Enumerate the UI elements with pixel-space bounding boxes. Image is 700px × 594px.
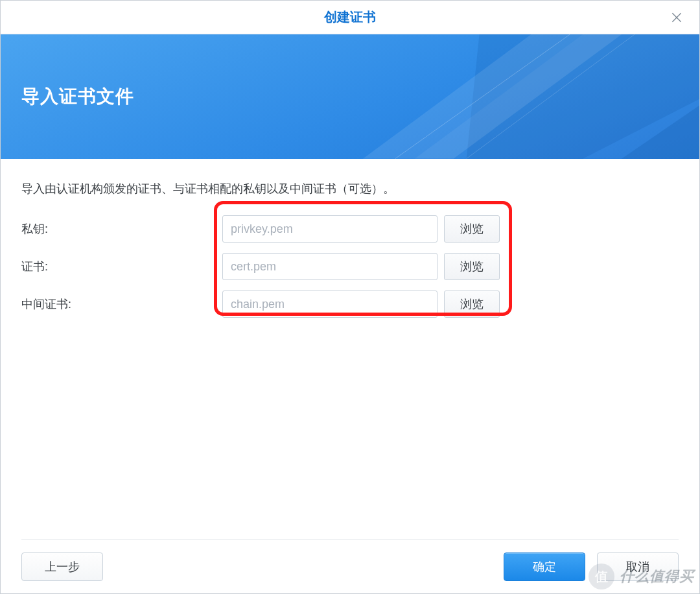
certificate-input[interactable] xyxy=(222,253,438,280)
private-key-input[interactable] xyxy=(222,215,438,243)
row-intermediate-certificate: 中间证书: 浏览 xyxy=(21,290,679,318)
svg-marker-2 xyxy=(415,34,699,159)
banner: 导入证书文件 xyxy=(1,34,699,159)
svg-marker-4 xyxy=(363,34,622,159)
close-icon xyxy=(670,11,683,24)
browse-certificate-button[interactable]: 浏览 xyxy=(444,253,500,280)
ok-button[interactable]: 确定 xyxy=(504,552,585,581)
browse-private-key-button[interactable]: 浏览 xyxy=(444,215,500,243)
footer: 上一步 确定 取消 xyxy=(21,539,679,593)
content-area: 导入由认证机构颁发的证书、与证书相配的私钥以及中间证书（可选）。 私钥: 浏览 … xyxy=(1,159,699,539)
back-button[interactable]: 上一步 xyxy=(21,552,103,581)
banner-heading: 导入证书文件 xyxy=(21,84,134,109)
close-button[interactable] xyxy=(668,9,685,26)
intermediate-certificate-input[interactable] xyxy=(222,291,438,318)
label-private-key: 私钥: xyxy=(21,221,222,237)
row-private-key: 私钥: 浏览 xyxy=(21,215,679,243)
svg-marker-5 xyxy=(622,106,699,159)
label-certificate: 证书: xyxy=(21,259,222,274)
cancel-button[interactable]: 取消 xyxy=(597,552,679,581)
row-certificate: 证书: 浏览 xyxy=(21,252,679,281)
footer-right-group: 确定 取消 xyxy=(504,552,679,581)
svg-marker-3 xyxy=(467,34,699,159)
description-text: 导入由认证机构颁发的证书、与证书相配的私钥以及中间证书（可选）。 xyxy=(21,181,679,196)
titlebar: 创建证书 xyxy=(1,1,699,34)
label-intermediate-certificate: 中间证书: xyxy=(21,296,222,312)
svg-line-6 xyxy=(395,34,570,159)
browse-intermediate-certificate-button[interactable]: 浏览 xyxy=(444,291,500,318)
dialog-title: 创建证书 xyxy=(324,8,376,26)
svg-line-7 xyxy=(467,34,635,159)
create-certificate-dialog: 创建证书 导入证书文件 导入由认证机构颁发的证书、与证书相配的私钥以及中间证书（… xyxy=(0,0,700,594)
